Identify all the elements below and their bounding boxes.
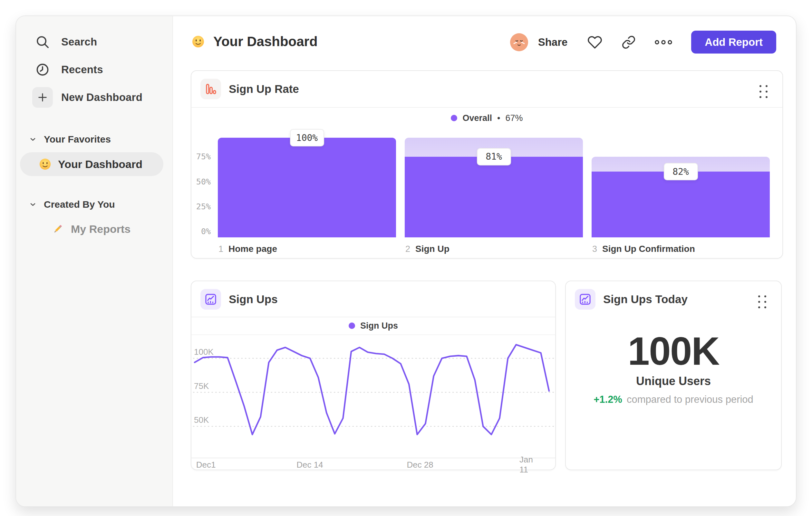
sidebar-item-search[interactable]: Search	[32, 32, 97, 52]
funnel-y-tick: 75%	[192, 152, 211, 161]
chevron-down-icon	[29, 200, 37, 208]
app-window: Search Recents New Dashboard Your Favori…	[16, 16, 796, 507]
sidebar-item-new-dashboard[interactable]: New Dashboard	[32, 87, 142, 108]
sidebar-item-label: Search	[61, 36, 97, 48]
sidebar-item-recents[interactable]: Recents	[32, 59, 103, 80]
funnel-step-label: 2Sign Up	[405, 244, 450, 254]
step-name: Sign Up Confirmation	[602, 244, 695, 254]
copy-link-icon[interactable]	[621, 35, 636, 49]
funnel-bar[interactable]	[405, 157, 583, 237]
funnel-y-tick: 50%	[192, 177, 211, 186]
funnel-bar[interactable]	[218, 138, 396, 237]
section-title: Your Favorites	[44, 134, 111, 145]
sidebar-item-my-reports[interactable]: My Reports	[51, 220, 130, 238]
card-title: Sign Ups Today	[603, 293, 688, 306]
sidebar-item-label: My Reports	[71, 223, 130, 236]
x-axis-label: Dec1	[196, 460, 216, 470]
line-chart-icon	[200, 289, 221, 309]
sign-ups-today-card: Sign Ups Today 100K Unique Users +1.2% c…	[565, 280, 782, 470]
step-number: 1	[219, 244, 223, 254]
more-options-icon[interactable]	[655, 39, 672, 46]
section-created-by-you[interactable]: Created By You	[29, 198, 115, 211]
step-number: 2	[405, 244, 410, 254]
metric-label: Unique Users	[566, 374, 781, 388]
line-plot: 100K75K50K	[192, 334, 556, 458]
metric-delta-row: +1.2% compared to previous period	[566, 394, 781, 405]
funnel-value-label: 81%	[477, 148, 511, 165]
step-number: 3	[592, 244, 597, 254]
x-axis-line	[192, 458, 555, 458]
step-name: Home page	[228, 244, 277, 254]
header-actions: Share Add Report	[510, 31, 776, 54]
card-header: Sign Ups Today	[575, 289, 688, 309]
user-avatar[interactable]	[510, 33, 528, 52]
sign-up-rate-card: Sign Up Rate Overall • 67% 75%50%25%0%10…	[191, 70, 783, 259]
y-axis-label: 50K	[194, 415, 209, 425]
share-button[interactable]: Share	[538, 36, 568, 48]
section-your-favorites[interactable]: Your Favorites	[29, 133, 111, 146]
sign-ups-card: Sign Ups Sign Ups 100K75K50K Dec1Dec 14D…	[191, 280, 556, 470]
sidebar: Search Recents New Dashboard Your Favori…	[16, 16, 173, 506]
clock-icon	[32, 59, 53, 80]
sign-ups-line-svg	[192, 334, 556, 458]
funnel-value-label: 82%	[664, 163, 698, 180]
y-axis-label: 75K	[194, 381, 209, 391]
smiley-emoji-icon	[39, 158, 52, 171]
metric-delta-note: compared to previous period	[627, 394, 753, 405]
line-chart-icon	[575, 289, 596, 309]
funnel-y-tick: 0%	[192, 227, 211, 236]
sidebar-item-your-dashboard[interactable]: Your Dashboard	[20, 152, 163, 176]
y-axis-label: 100K	[194, 347, 214, 357]
section-title: Created By You	[44, 199, 115, 210]
favorite-heart-icon[interactable]	[587, 35, 602, 50]
plus-icon	[32, 87, 53, 108]
page-title: Your Dashboard	[192, 30, 318, 53]
funnel-y-tick: 25%	[192, 201, 211, 211]
step-name: Sign Up	[415, 244, 450, 254]
metric-value: 100K	[566, 329, 781, 374]
funnel-step-label: 3Sign Up Confirmation	[592, 244, 695, 254]
sidebar-item-label: New Dashboard	[61, 91, 142, 104]
chevron-down-icon	[29, 135, 37, 143]
x-axis-label: Dec 28	[407, 460, 433, 470]
funnel-value-label: 100%	[290, 129, 324, 146]
sidebar-item-label: Your Dashboard	[58, 158, 142, 171]
card-title: Sign Ups	[229, 293, 278, 306]
smiley-emoji-icon	[192, 35, 205, 48]
line-legend: Sign Ups	[192, 317, 555, 334]
x-axis-label: Jan 11	[519, 455, 543, 475]
add-report-button[interactable]: Add Report	[691, 31, 776, 54]
metric-delta: +1.2%	[593, 394, 622, 405]
legend-label: Sign Ups	[360, 321, 398, 331]
funnel-step-label: 1Home page	[219, 244, 277, 254]
dashboard-title: Your Dashboard	[213, 34, 318, 49]
x-axis-label: Dec 14	[296, 460, 323, 470]
legend-dot	[349, 323, 355, 329]
funnel-plot: 75%50%25%0%100%1Home page81%2Sign Up82%3…	[192, 71, 782, 258]
funnel-bar[interactable]	[591, 171, 770, 237]
sidebar-item-label: Recents	[61, 63, 103, 76]
card-header: Sign Ups	[200, 289, 278, 309]
pencil-emoji-icon	[51, 222, 64, 236]
search-icon	[32, 32, 53, 52]
drag-handle-icon[interactable]	[758, 295, 766, 308]
